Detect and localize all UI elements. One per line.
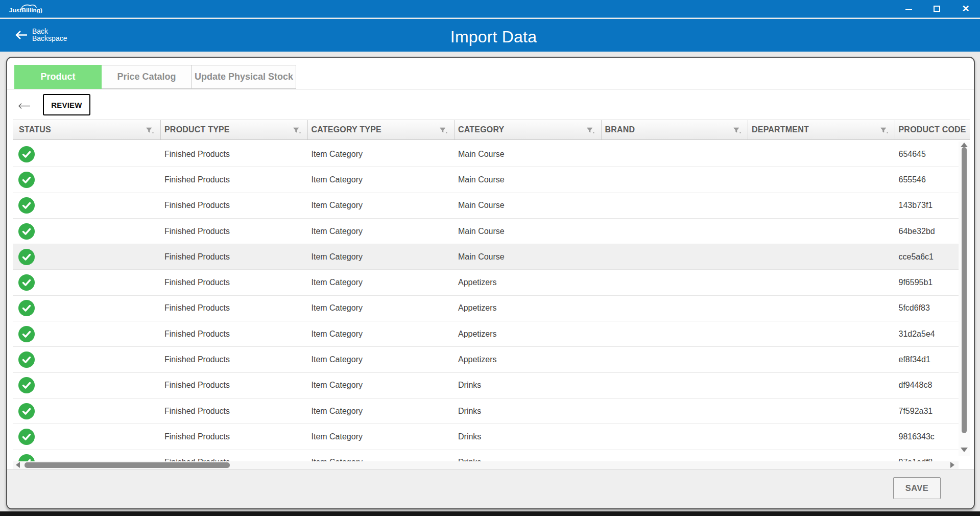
column-label: CATEGORY [458,125,505,134]
product-type-cell: Finished Products [161,347,308,372]
page-header: Back Backspace Import Data [0,19,980,52]
title-bar: JustBilling) ✕ [0,0,980,18]
filter-icon[interactable] [733,127,741,134]
department-cell [748,244,895,269]
status-ok-icon [18,326,35,342]
department-cell [748,270,895,295]
filter-icon[interactable] [293,127,301,134]
filter-icon[interactable] [586,127,594,134]
column-header-product-type[interactable]: PRODUCT TYPE [161,120,308,139]
column-header-category-type[interactable]: CATEGORY TYPE [308,120,455,139]
category-cell: Appetizers [455,270,602,295]
tab-divider [7,89,974,89]
filter-icon[interactable] [146,127,154,134]
department-cell [748,193,895,218]
tab-update-physical-stock[interactable]: Update Physical Stock [192,65,296,89]
product-code-cell: 9816343c [895,424,959,449]
brand-cell [602,219,749,244]
product-code-cell: df9448c8 [895,373,959,398]
column-header-department[interactable]: DEPARTMENT [748,120,895,139]
column-label: DEPARTMENT [752,125,809,134]
status-cell [13,347,161,372]
product-code-cell: 7f592a31 [895,398,959,424]
category-type-cell: Item Category [308,167,455,192]
minimize-button[interactable] [901,1,916,16]
brand-cell [602,347,749,372]
brand-cell [602,167,749,192]
column-label: PRODUCT CODE [899,125,966,134]
column-header-category[interactable]: CATEGORY [455,120,602,139]
column-header-brand[interactable]: BRAND [602,120,749,139]
category-type-cell: Item Category [308,347,455,372]
brand-cell [602,424,749,449]
category-type-cell: Item Category [308,424,455,449]
product-code-cell: 655546 [895,167,959,192]
tab-price-catalog[interactable]: Price Catalog [102,65,192,89]
brand-cell [602,373,749,398]
table-row[interactable]: Finished ProductsItem CategoryAppetizers… [13,347,959,372]
table-row[interactable]: Finished ProductsItem CategoryAppetizers… [13,321,959,347]
category-cell: Appetizers [455,347,602,372]
status-cell [13,270,161,295]
scroll-left-icon[interactable] [16,462,20,468]
scroll-right-icon[interactable] [950,462,954,468]
department-cell [748,373,895,398]
table-row[interactable]: Finished ProductsItem CategoryDrinksdf94… [13,373,959,398]
product-type-cell: Finished Products [161,321,308,346]
review-button[interactable]: REVIEW [43,94,90,115]
window-bottom-edge [0,511,980,516]
table-row[interactable]: Finished ProductsItem CategoryDrinks7f59… [13,398,959,424]
status-ok-icon [18,377,35,393]
brand-cell [602,142,749,167]
maximize-icon [934,6,940,12]
product-type-cell: Finished Products [161,142,308,167]
table-row[interactable]: Finished ProductsItem CategoryAppetizers… [13,296,959,321]
category-cell: Main Course [455,219,602,244]
review-back-arrow-icon[interactable] [18,103,31,109]
status-cell [13,193,161,218]
category-cell: Main Course [455,244,602,269]
product-type-cell: Finished Products [161,193,308,218]
product-code-cell: ef8f34d1 [895,347,959,372]
horizontal-scrollbar[interactable] [13,461,959,469]
column-label: STATUS [19,125,51,134]
scroll-up-icon[interactable] [961,143,968,147]
table-row[interactable]: Finished ProductsItem CategoryMain Cours… [13,167,959,193]
category-type-cell: Item Category [308,296,455,321]
vertical-scrollbar[interactable] [959,142,970,456]
column-header-product-code[interactable]: PRODUCT CODE [895,120,970,139]
brand-cell [602,321,749,346]
status-cell [13,373,161,398]
status-ok-icon [18,351,35,368]
table-row[interactable]: Finished ProductsItem CategoryMain Cours… [13,142,959,167]
tab-product[interactable]: Product [14,65,102,89]
filter-icon[interactable] [880,127,888,134]
table-row[interactable]: Finished ProductsItem CategoryMain Cours… [13,244,959,270]
filter-icon[interactable] [439,127,447,134]
save-button[interactable]: SAVE [893,477,941,499]
product-code-cell: cce5a6c1 [895,244,959,269]
page-title: Import Data [0,19,980,52]
vertical-scrollbar-thumb[interactable] [962,147,967,433]
table-row[interactable]: Finished ProductsItem CategoryMain Cours… [13,219,959,244]
category-cell: Main Course [455,142,602,167]
table-row[interactable]: Finished ProductsItem CategoryDrinks9816… [13,424,959,450]
product-code-cell: 654645 [895,142,959,167]
scroll-down-icon[interactable] [961,448,968,452]
category-cell: Drinks [455,424,602,449]
category-cell: Drinks [455,373,602,398]
card-footer: SAVE [7,469,974,508]
product-type-cell: Finished Products [161,219,308,244]
horizontal-scrollbar-thumb[interactable] [25,462,230,468]
category-cell: Appetizers [455,296,602,321]
table-row[interactable]: Finished ProductsItem CategoryMain Cours… [13,193,959,219]
logo-cloud-swoosh [20,4,39,10]
status-cell [13,424,161,449]
status-ok-icon [18,146,35,162]
status-cell [13,142,161,167]
column-header-status[interactable]: STATUS [13,120,161,139]
status-ok-icon [18,300,35,316]
maximize-button[interactable] [929,1,944,16]
close-button[interactable]: ✕ [958,1,973,16]
table-row[interactable]: Finished ProductsItem CategoryAppetizers… [13,270,959,295]
